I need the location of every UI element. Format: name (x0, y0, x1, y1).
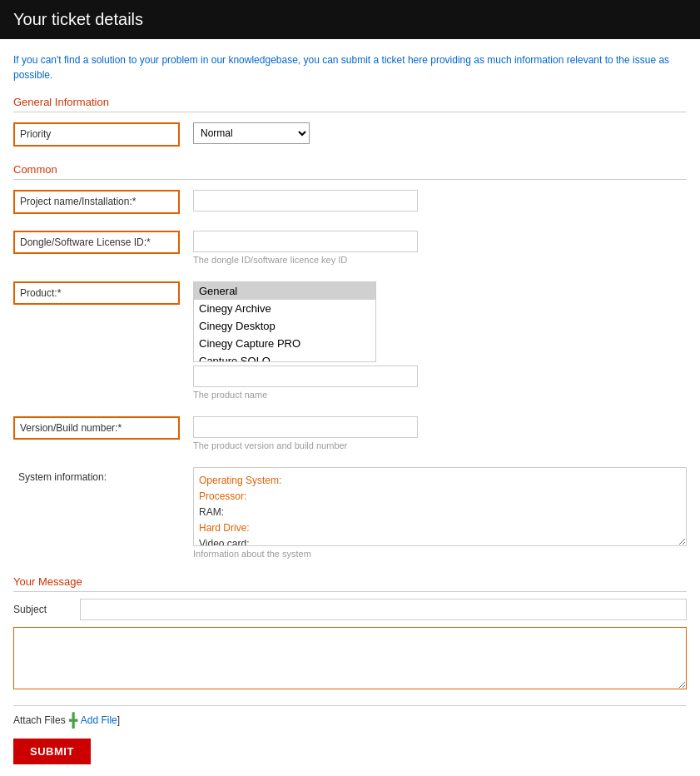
project-name-control (193, 190, 687, 211)
project-name-input[interactable] (193, 190, 418, 211)
page-header: Your ticket details (0, 0, 700, 39)
system-info-control: Operating System: Processor: RAM: Hard D… (193, 467, 687, 559)
system-info-hint: Information about the system (193, 549, 687, 559)
version-row: Version/Build number:* The product versi… (13, 413, 687, 454)
system-info-label: System information: (13, 467, 180, 488)
priority-select[interactable]: Low Normal High Urgent (193, 122, 310, 144)
system-info-textarea[interactable]: Operating System: Processor: RAM: Hard D… (193, 467, 687, 546)
add-file-link[interactable]: Add File (81, 714, 117, 726)
page-container: Your ticket details If you can't find a … (0, 0, 700, 776)
project-name-row: Project name/Installation:* (13, 187, 687, 217)
subject-row: Subject (13, 599, 687, 620)
product-item-capture-solo[interactable]: Capture SOLO (194, 352, 375, 361)
dongle-id-control: The dongle ID/software licence key ID (193, 231, 687, 265)
info-text: If you can't find a solution to your pro… (13, 52, 687, 82)
dongle-id-input[interactable] (193, 231, 418, 252)
add-file-icon: ╋ (69, 713, 77, 729)
version-input-wrapper: The product version and build number (193, 416, 687, 450)
system-info-row: System information: Operating System: Pr… (13, 464, 687, 562)
project-name-label: Project name/Installation:* (13, 190, 180, 214)
message-textarea[interactable] (13, 627, 687, 689)
version-hint: The product version and build number (193, 440, 687, 450)
product-item-cinegy-desktop[interactable]: Cinegy Desktop (194, 317, 375, 335)
product-item-cinegy-capture-pro[interactable]: Cinegy Capture PRO (194, 335, 375, 352)
dongle-id-row: Dongle/Software License ID:* The dongle … (13, 227, 687, 268)
product-listbox-wrapper: General Cinegy Archive Cinegy Desktop Ci… (193, 281, 376, 362)
general-information-section: General Information Priority Low Normal … (13, 96, 687, 150)
priority-label: Priority (13, 122, 180, 147)
attach-files-label: Attach Files (13, 714, 66, 726)
dongle-id-label: Dongle/Software License ID:* (13, 231, 180, 255)
product-item-cinegy-archive[interactable]: Cinegy Archive (194, 300, 375, 317)
message-section: Your Message Subject (13, 575, 687, 692)
product-row: Product:* General Cinegy Archive Cinegy … (13, 278, 687, 403)
product-name-input[interactable] (193, 366, 418, 387)
subject-label: Subject (13, 604, 80, 615)
submit-button[interactable]: SUBMIT (13, 739, 91, 764)
page-body: If you can't find a solution to your pro… (0, 39, 700, 776)
common-section-title: Common (13, 163, 687, 180)
product-hint: The product name (193, 390, 687, 400)
attach-files-row: Attach Files ╋ Add File ] (13, 705, 687, 729)
product-item-general[interactable]: General (194, 282, 375, 300)
product-control: General Cinegy Archive Cinegy Desktop Ci… (193, 281, 687, 400)
product-listbox-scroll[interactable]: General Cinegy Archive Cinegy Desktop Ci… (194, 282, 375, 361)
subject-input[interactable] (80, 599, 687, 620)
version-input[interactable] (193, 416, 418, 438)
version-label: Version/Build number:* (13, 416, 180, 440)
priority-control: Low Normal High Urgent (193, 122, 687, 144)
priority-row: Priority Low Normal High Urgent (13, 119, 687, 150)
version-control: The product version and build number (193, 416, 687, 450)
page-title: Your ticket details (13, 10, 143, 28)
general-section-title: General Information (13, 96, 687, 112)
message-section-title: Your Message (13, 575, 687, 592)
attach-bracket-close: ] (117, 714, 120, 726)
product-label: Product:* (13, 281, 180, 306)
dongle-id-hint: The dongle ID/software licence key ID (193, 255, 687, 265)
common-section: Common Project name/Installation:* Dongl… (13, 163, 687, 562)
